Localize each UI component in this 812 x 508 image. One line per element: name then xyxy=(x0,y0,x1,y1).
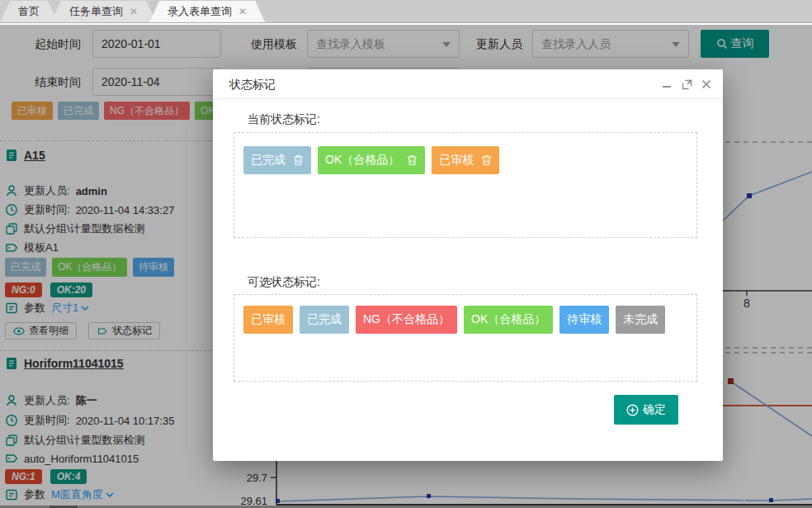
current-tag-finished[interactable]: 已完成 xyxy=(243,146,311,174)
tab-task-query-label: 任务单查询 xyxy=(69,4,123,19)
modal-title: 状态标记 xyxy=(229,78,276,93)
available-tag-reviewed[interactable]: 已审核 xyxy=(243,306,293,334)
available-tag-ok[interactable]: OK（合格品） xyxy=(464,306,553,334)
available-tag-pending[interactable]: 待审核 xyxy=(559,306,609,334)
tab-close-icon[interactable]: ✕ xyxy=(130,7,138,17)
available-tags-label: 可选状态标记: xyxy=(248,275,320,290)
current-tag-ok[interactable]: OK（合格品） xyxy=(318,146,425,174)
current-tags-label: 当前状态标记: xyxy=(248,112,320,127)
tag-label: 已审核 xyxy=(439,153,474,168)
available-tag-ng[interactable]: NG（不合格品） xyxy=(356,306,457,334)
tab-form-query-label: 录入表单查询 xyxy=(168,4,232,19)
modal-header: 状态标记 xyxy=(213,69,723,99)
tab-task-query[interactable]: 任务单查询 ✕ xyxy=(51,1,156,22)
tab-home-label: 首页 xyxy=(18,4,40,19)
confirm-button[interactable]: 确定 xyxy=(614,395,678,425)
current-tags: 已完成 OK（合格品） 已审核 xyxy=(243,146,499,174)
current-tag-reviewed[interactable]: 已审核 xyxy=(432,146,499,174)
trash-icon[interactable] xyxy=(407,154,418,166)
plus-circle-icon xyxy=(626,404,639,416)
available-tag-unfinished[interactable]: 未完成 xyxy=(616,306,665,334)
maximize-icon[interactable] xyxy=(680,78,693,91)
tag-label: 已完成 xyxy=(251,153,286,168)
tab-bar: 首页 任务单查询 ✕ 录入表单查询 ✕ xyxy=(0,0,812,23)
tag-label: OK（合格品） xyxy=(325,153,399,168)
trash-icon[interactable] xyxy=(293,154,304,166)
tab-close-icon[interactable]: ✕ xyxy=(238,7,247,17)
available-tags: 已审核 已完成 NG（不合格品） OK（合格品） 待审核 未完成 xyxy=(243,306,665,334)
tab-form-query[interactable]: 录入表单查询 ✕ xyxy=(149,1,265,22)
close-icon[interactable] xyxy=(700,78,713,91)
available-tag-finished[interactable]: 已完成 xyxy=(300,306,349,334)
tab-home[interactable]: 首页 xyxy=(0,1,58,22)
confirm-button-label: 确定 xyxy=(643,402,666,417)
status-mark-modal: 状态标记 当前状态标记: 已完成 OK（合格品） xyxy=(213,69,723,461)
minimize-icon[interactable] xyxy=(660,78,673,91)
trash-icon[interactable] xyxy=(481,154,492,166)
